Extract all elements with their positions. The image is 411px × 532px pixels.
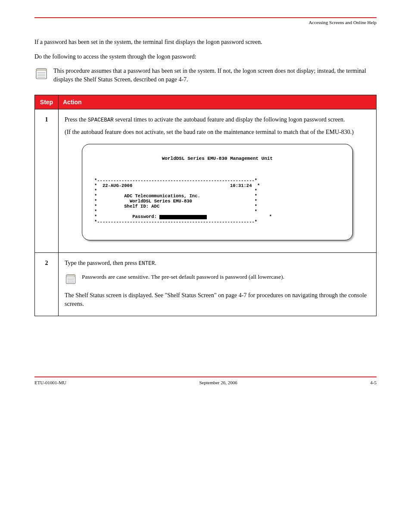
- step1-text-a: Press the: [65, 116, 88, 123]
- inner-note-block: Passwords are case sensitive. The pre-se…: [65, 273, 370, 285]
- table-row: 2 Type the password, then press ENTER.: [35, 253, 377, 316]
- term-time: 10:31:24: [230, 183, 252, 188]
- note-text: This procedure assumes that a password h…: [53, 67, 377, 84]
- terminal-title: WorldDSL Series EMU-830 Management Unit: [94, 156, 340, 162]
- table-row: 1 Press the SPACEBAR several times to ac…: [35, 109, 377, 253]
- step2-after: The Shelf Status screen is displayed. Se…: [65, 291, 370, 308]
- col-action-header: Action: [59, 95, 377, 109]
- term-date: 22-AUG-2006: [103, 183, 132, 188]
- step-number: 1: [35, 109, 59, 253]
- footer-right: 4-5: [370, 380, 377, 385]
- terminal-screenshot: WorldDSL Series EMU-830 Management Unit …: [82, 144, 353, 240]
- note-block: This procedure assumes that a password h…: [34, 67, 377, 84]
- steps-table: Step Action 1 Press the SPACEBAR several…: [34, 95, 377, 316]
- step1-para2: (If the autobaud feature does not activa…: [65, 128, 370, 137]
- footer-center: September 26, 2006: [199, 380, 237, 385]
- step1-text-c: several times to activate the autobaud f…: [114, 116, 345, 123]
- step2-pre: Type the password, then press: [65, 260, 139, 266]
- step-action: Type the password, then press ENTER. Pas…: [59, 253, 377, 316]
- term-line1: ADC Telecommunications, Inc.: [124, 193, 200, 199]
- intro-para-2: Do the following to access the system th…: [34, 53, 377, 61]
- top-rule: [34, 17, 377, 18]
- intro-para-1: If a password has been set in the system…: [34, 38, 377, 47]
- footer-left: ETU-01001-MU: [34, 380, 66, 385]
- notepad-icon: [65, 273, 77, 285]
- term-password-label: Password:: [132, 214, 157, 219]
- col-step-header: Step: [35, 95, 59, 109]
- term-line3: Shelf ID: ADC: [124, 204, 159, 209]
- password-masked-bar: [159, 215, 207, 219]
- notepad-icon: [34, 67, 48, 81]
- enter-key: ENTER: [139, 261, 155, 267]
- inner-note-text: Passwords are case sensitive. The pre-se…: [82, 273, 284, 281]
- spacebar-key: SPACEBAR: [88, 117, 114, 123]
- step-number: 2: [35, 253, 59, 316]
- terminal-body: *---------------------------------------…: [94, 178, 340, 225]
- step-action: Press the SPACEBAR several times to acti…: [59, 109, 377, 253]
- running-header: Accessing Screens and Online Help: [34, 20, 377, 25]
- term-line2: WorldDSL Series EMU-830: [130, 199, 192, 204]
